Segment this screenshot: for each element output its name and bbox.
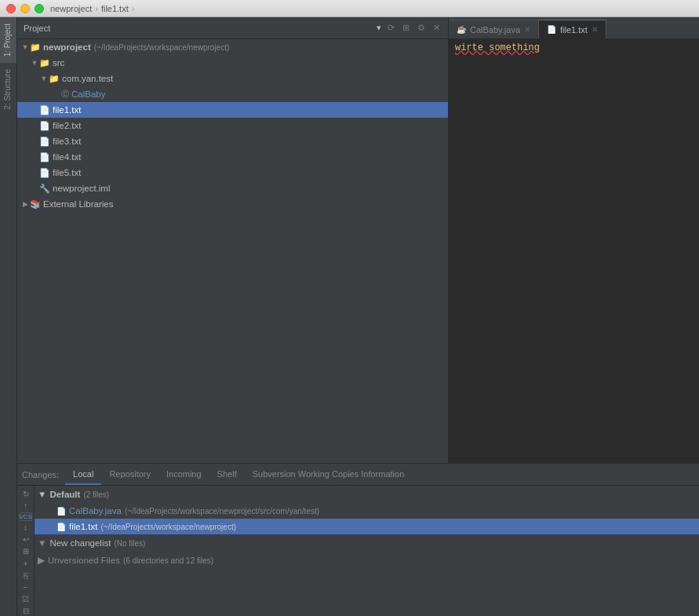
sidebar-item-structure[interactable]: 2: Structure [0, 63, 16, 116]
external-icon: 📚 [30, 199, 41, 210]
editor-line-1: wirte something [455, 42, 693, 53]
iml-icon: 🔧 [39, 184, 50, 194]
sync-icon[interactable]: ⟳ [386, 21, 396, 35]
vcs-group-btn[interactable]: ⊞ [19, 546, 33, 556]
vcs-options-btn[interactable]: ⊟ [19, 606, 33, 616]
tab-incoming[interactable]: Incoming [158, 465, 209, 485]
tree-label-iml: newproject.iml [53, 184, 111, 193]
change-calbaby-name: CalBaby.java [69, 506, 122, 516]
src-folder-icon: 📁 [39, 58, 50, 68]
project-panel: Project ▾ ⟳ ⊞ ⚙ ✕ ▼ 📁 newproject (~/Idea… [17, 17, 449, 463]
vcs-diff-btn[interactable]: ↕ [19, 523, 33, 533]
vcs-add-btn[interactable]: + [19, 558, 33, 568]
expand-all-icon[interactable]: ⊞ [401, 21, 411, 35]
file1-icon: 📄 [39, 105, 50, 115]
tab-local[interactable]: Local [65, 465, 101, 485]
tree-label-calbaby: CalBaby [71, 89, 105, 99]
tree-item-root[interactable]: ▼ 📁 newproject (~/IdeaProjects/workspace… [17, 39, 448, 55]
change-item-calbaby[interactable]: 📄 CalBaby.java (~/IdeaProjects/workspace… [35, 503, 699, 519]
tree-item-file4[interactable]: ▶ 📄 file4.txt [17, 149, 448, 165]
ide-body: 1: Project 2: Structure Project ▾ ⟳ ⊞ ⚙ … [0, 17, 699, 616]
panel-dropdown[interactable]: ▾ [377, 23, 381, 33]
changes-label: Changes: [22, 470, 59, 479]
calbaby-icon: Ⓒ [61, 89, 69, 100]
arrow-src: ▼ [30, 59, 39, 67]
tree-label-package: com.yan.test [62, 74, 113, 83]
default-group-arrow: ▼ [38, 490, 46, 499]
tab-file1-label: file1.txt [560, 25, 588, 35]
tree-item-src[interactable]: ▼ 📁 src [17, 55, 448, 71]
tree-item-calbaby[interactable]: ▶ Ⓒ CalBaby [17, 86, 448, 102]
tree-item-package[interactable]: ▼ 📁 com.yan.test [17, 71, 448, 86]
vcs-commit-btn[interactable]: ↑ [19, 501, 33, 511]
vcs-check-btn[interactable]: ☑ [19, 594, 33, 604]
close-panel-icon[interactable]: ✕ [431, 21, 442, 35]
vcs-revert-btn[interactable]: ↩ [19, 534, 33, 545]
arrow-package: ▼ [39, 75, 49, 82]
vcs-copy-btn[interactable]: ⎘ [19, 570, 33, 581]
tab-repository[interactable]: Repository [101, 465, 158, 485]
tab-file1-icon: 📄 [547, 25, 556, 34]
breadcrumb-file[interactable]: file1.txt [101, 4, 129, 13]
new-changelist-arrow: ▼ [38, 538, 46, 548]
tab-calbaby-close[interactable]: ✕ [524, 25, 530, 34]
file4-icon: 📄 [39, 152, 50, 162]
tree-item-external[interactable]: ▶ 📚 External Libraries [17, 196, 448, 212]
unversioned-arrow: ▶ [38, 555, 45, 566]
main-content: Project ▾ ⟳ ⊞ ⚙ ✕ ▼ 📁 newproject (~/Idea… [17, 17, 699, 616]
package-icon: 📁 [49, 74, 60, 84]
tree-item-file3[interactable]: ▶ 📄 file3.txt [17, 133, 448, 149]
tab-file1-close[interactable]: ✕ [592, 25, 598, 34]
panel-title: Project [24, 24, 372, 33]
vcs-update-btn[interactable]: ↻ [19, 489, 33, 499]
vcs-label-btn[interactable]: VCS [20, 512, 32, 521]
side-tab-strip: 1: Project 2: Structure [0, 17, 17, 616]
window-bar: newproject › file1.txt › [0, 0, 699, 17]
tree-label-file3: file3.txt [53, 137, 81, 146]
tab-calbaby[interactable]: ☕ CalBaby.java ✕ [449, 20, 539, 38]
tab-calbaby-label: CalBaby.java [470, 25, 520, 35]
changes-content: ▼ Default (2 files) 📄 CalBaby.java (~/Id… [35, 486, 699, 616]
changes-left-toolbar: ↻ ↑ VCS ↕ ↩ ⊞ + ⎘ − ☑ ⊟ [17, 486, 35, 616]
breadcrumb-project[interactable]: newproject [50, 4, 92, 13]
unversioned-header[interactable]: ▶ Unversioned Files (6 directories and 1… [35, 552, 699, 569]
default-group-count: (2 files) [83, 490, 109, 499]
tab-calbaby-icon: ☕ [457, 25, 466, 34]
change-calbaby-path: (~/IdeaProjects/workspace/newproject/src… [125, 507, 319, 516]
tree-item-file1[interactable]: ▶ 📄 file1.txt [17, 102, 448, 118]
tree-label-src: src [53, 58, 64, 67]
change-item-file1[interactable]: 📄 file1.txt (~/IdeaProjects/workspace/ne… [35, 519, 699, 534]
maximize-button[interactable] [35, 4, 44, 13]
editor-content[interactable]: wirte something [449, 39, 699, 463]
file5-icon: 📄 [39, 168, 50, 178]
tree-label-file5: file5.txt [53, 168, 81, 177]
change-file1-name: file1.txt [69, 522, 97, 531]
tab-shelf[interactable]: Shelf [209, 465, 245, 485]
tree-label-file1: file1.txt [53, 105, 81, 115]
tab-file1[interactable]: 📄 file1.txt ✕ [539, 20, 606, 38]
default-group-header[interactable]: ▼ Default (2 files) [35, 486, 699, 503]
arrow-newproject: ▼ [20, 43, 30, 51]
settings-icon[interactable]: ⚙ [416, 21, 427, 35]
unversioned-count: (6 directories and 12 files) [123, 556, 213, 565]
editor-text-line1: wirte something [455, 42, 540, 53]
tree-item-file5[interactable]: ▶ 📄 file5.txt [17, 165, 448, 180]
unversioned-label: Unversioned Files [48, 556, 120, 565]
tree-item-iml[interactable]: ▶ 🔧 newproject.iml [17, 180, 448, 196]
change-calbaby-icon: 📄 [56, 507, 66, 516]
close-button[interactable] [6, 4, 16, 13]
new-changelist-nofiles: (No files) [114, 539, 145, 548]
changes-body: ↻ ↑ VCS ↕ ↩ ⊞ + ⎘ − ☑ ⊟ ▼ [17, 486, 699, 616]
folder-icon: 📁 [30, 42, 41, 53]
editor-tabs: ☕ CalBaby.java ✕ 📄 file1.txt ✕ [449, 17, 699, 39]
tree-item-file2[interactable]: ▶ 📄 file2.txt [17, 118, 448, 133]
breadcrumb: newproject › file1.txt › [50, 4, 134, 13]
vcs-minus-btn[interactable]: − [19, 582, 33, 592]
sidebar-item-project[interactable]: 1: Project [0, 17, 16, 63]
tree-path-newproject: (~/IdeaProjects/workspace/newproject) [94, 43, 230, 52]
editor-area: Project ▾ ⟳ ⊞ ⚙ ✕ ▼ 📁 newproject (~/Idea… [17, 17, 699, 463]
new-changelist-header[interactable]: ▼ New changelist (No files) [35, 534, 699, 552]
tab-subversion[interactable]: Subversion Working Copies Information [245, 465, 413, 485]
window-controls [6, 4, 44, 13]
minimize-button[interactable] [20, 4, 30, 13]
